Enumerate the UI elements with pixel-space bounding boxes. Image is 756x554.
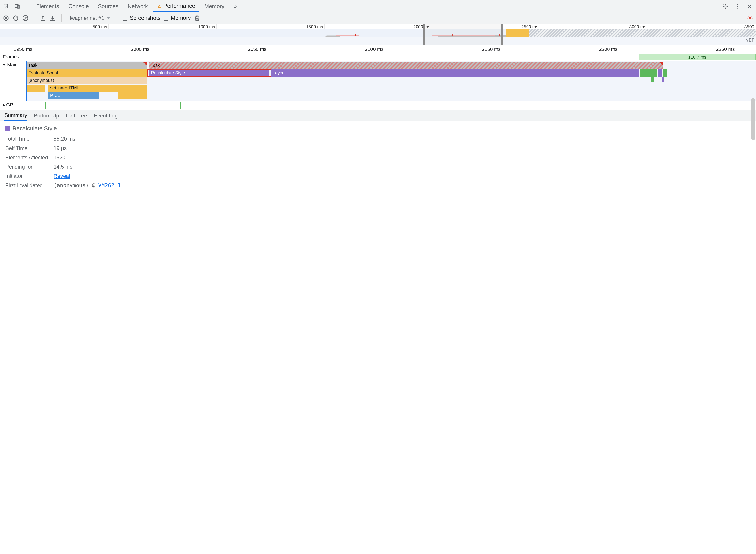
- bar-anonymous[interactable]: (anonymous): [26, 77, 147, 84]
- summary-value: 19 µs: [54, 145, 67, 151]
- overview-timeline[interactable]: 500 ms 1000 ms 1500 ms 2000 ms 2500 ms 3…: [0, 24, 756, 45]
- tab-memory[interactable]: Memory: [200, 0, 229, 12]
- tracks: Frames 116.7 ms Main Task Task Evaluate …: [0, 53, 756, 110]
- summary-key: Self Time: [5, 145, 50, 151]
- reveal-link[interactable]: Reveal: [54, 173, 70, 179]
- checkbox-icon: [123, 16, 127, 20]
- chevron-down-icon: [106, 17, 110, 19]
- tab-call-tree[interactable]: Call Tree: [66, 111, 87, 121]
- bar-tiny[interactable]: [651, 77, 653, 82]
- frames-label: Frames: [3, 54, 19, 60]
- bar-set-innerhtml[interactable]: set innerHTML: [49, 85, 147, 92]
- bar-evaluate-script[interactable]: Evaluate Script: [26, 69, 147, 76]
- long-task-corner-icon: [659, 62, 663, 66]
- summary-key: Pending for: [5, 164, 50, 170]
- settings-gear-icon[interactable]: [721, 2, 730, 11]
- bar-task[interactable]: Task: [26, 62, 147, 69]
- kebab-menu-icon[interactable]: [733, 2, 742, 11]
- track-gpu[interactable]: GPU: [0, 101, 756, 110]
- selection-highlight: [147, 69, 273, 77]
- net-label: NET: [745, 38, 754, 43]
- svg-point-5: [725, 5, 726, 7]
- scrollbar[interactable]: [751, 98, 755, 140]
- long-task-corner-icon: [143, 62, 147, 66]
- recording-select[interactable]: jlwagner.net #1: [67, 15, 112, 21]
- overview-net-row: NET: [0, 37, 756, 45]
- overview-ruler: 500 ms 1000 ms 1500 ms 2000 ms 2500 ms 3…: [0, 24, 756, 29]
- track-main[interactable]: Main Task Task Evaluate Script Recalcula…: [0, 61, 756, 101]
- bar-parse-html[interactable]: P…L: [49, 92, 100, 99]
- bar-tiny[interactable]: [118, 92, 147, 99]
- main-label: Main: [7, 62, 18, 68]
- warning-icon: [157, 4, 162, 8]
- tabs-overflow[interactable]: »: [229, 0, 241, 12]
- cpu-bump: [506, 30, 529, 37]
- summary-key: Total Time: [5, 136, 50, 142]
- record-icon[interactable]: [3, 15, 9, 21]
- download-icon[interactable]: [49, 15, 56, 21]
- summary-value: 1520: [54, 155, 65, 161]
- reload-icon[interactable]: [12, 15, 19, 21]
- summary-panel: Recalculate Style Total Time55.20 ms Sel…: [0, 121, 756, 196]
- tab-elements[interactable]: Elements: [32, 0, 63, 12]
- tab-bottom-up[interactable]: Bottom-Up: [34, 111, 59, 121]
- svg-point-10: [5, 17, 7, 19]
- memory-checkbox[interactable]: Memory: [164, 15, 191, 21]
- summary-key: Elements Affected: [5, 155, 50, 161]
- svg-point-12: [749, 17, 751, 19]
- summary-key: First Invalidated: [5, 182, 50, 188]
- device-toolbar-icon[interactable]: [13, 2, 22, 11]
- color-swatch: [5, 126, 10, 131]
- gpu-label: GPU: [6, 102, 17, 108]
- marker: [356, 34, 356, 36]
- inspect-element-icon[interactable]: [2, 2, 11, 11]
- details-tabs: Summary Bottom-Up Call Tree Event Log: [0, 110, 756, 121]
- tab-event-log[interactable]: Event Log: [94, 111, 117, 121]
- cpu-hatch: [506, 29, 756, 37]
- bar-tiny[interactable]: [26, 85, 45, 92]
- frame-pill[interactable]: 116.7 ms: [639, 54, 756, 60]
- main-flame-lane[interactable]: Task Task Evaluate Script Recalculate St…: [26, 61, 756, 101]
- svg-rect-4: [159, 7, 160, 8]
- separator: [117, 14, 117, 22]
- svg-point-6: [737, 4, 738, 5]
- gpu-activity[interactable]: [45, 102, 46, 109]
- bar-layout[interactable]: Layout: [271, 69, 639, 76]
- overview-selection[interactable]: [423, 24, 502, 45]
- upload-icon[interactable]: [40, 15, 46, 21]
- track-frames[interactable]: Frames 116.7 ms: [0, 53, 756, 61]
- gpu-activity[interactable]: [180, 102, 181, 109]
- chevron-down-icon[interactable]: [3, 64, 6, 66]
- svg-rect-3: [159, 6, 160, 7]
- bar-tiny[interactable]: [663, 69, 666, 76]
- bar-task-long[interactable]: Task: [149, 62, 663, 69]
- svg-point-7: [737, 6, 738, 7]
- bar-paint[interactable]: [640, 69, 657, 76]
- stack-frame: (anonymous) @ VM262:1: [54, 182, 121, 188]
- summary-key: Initiator: [5, 173, 50, 179]
- panel-tabs: Elements Console Sources Network Perform…: [32, 0, 241, 12]
- performance-toolbar: jlwagner.net #1 Screenshots Memory: [0, 12, 756, 24]
- close-icon[interactable]: [745, 2, 754, 11]
- bar-tiny[interactable]: [658, 69, 662, 76]
- trash-icon[interactable]: [194, 15, 201, 21]
- tab-console[interactable]: Console: [64, 0, 93, 12]
- clear-icon[interactable]: [22, 15, 29, 21]
- tab-performance[interactable]: Performance: [153, 0, 200, 12]
- source-link[interactable]: VM262:1: [98, 182, 121, 188]
- bar-tiny[interactable]: [662, 77, 664, 82]
- chevron-right-icon[interactable]: [3, 104, 5, 107]
- summary-title: Recalculate Style: [12, 125, 57, 132]
- detail-ruler[interactable]: 1950 ms 2000 ms 2050 ms 2100 ms 2150 ms …: [0, 45, 756, 53]
- screenshots-checkbox[interactable]: Screenshots: [123, 15, 160, 21]
- tab-network[interactable]: Network: [123, 0, 153, 12]
- summary-value: 14.5 ms: [54, 164, 72, 170]
- svg-point-8: [737, 7, 738, 8]
- devtools-tabs-bar: Elements Console Sources Network Perform…: [0, 0, 756, 12]
- tab-summary[interactable]: Summary: [4, 110, 27, 121]
- capture-settings-gear-icon[interactable]: [747, 15, 753, 21]
- checkbox-icon: [164, 16, 168, 20]
- summary-value: 55.20 ms: [54, 136, 75, 142]
- tab-sources[interactable]: Sources: [94, 0, 123, 12]
